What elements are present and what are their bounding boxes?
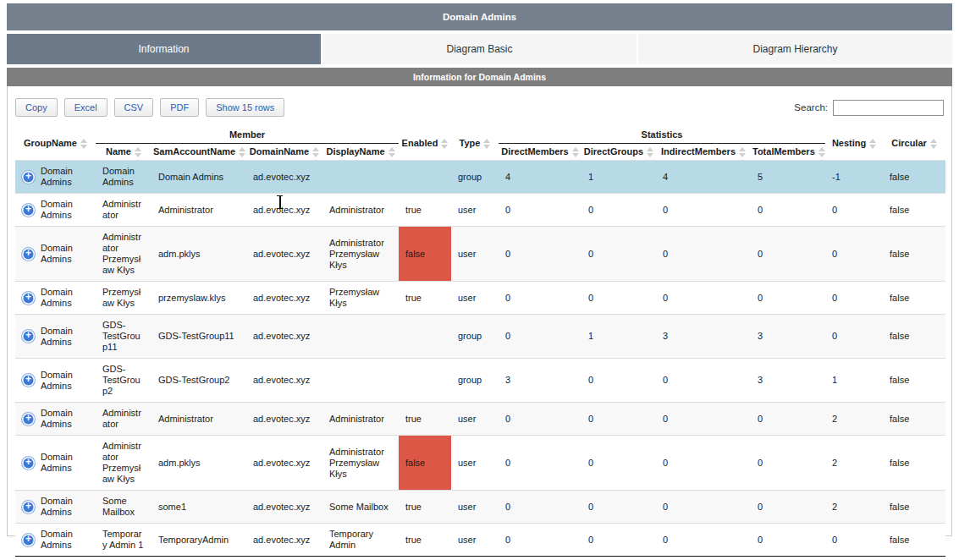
header-statistics-label: Statistics (642, 129, 683, 140)
tab-information[interactable]: Information (7, 34, 321, 64)
expand-row-icon[interactable]: + (22, 204, 35, 217)
page: Domain Admins Information Diagram Basic … (0, 0, 959, 560)
csv-button[interactable]: CSV (114, 98, 154, 117)
table-row: +Domain AdminsGDS-TestGroup2GDS-TestGrou… (15, 359, 945, 403)
cell-name: GDS-TestGroup2 (96, 359, 152, 403)
expand-row-icon[interactable]: + (22, 501, 35, 513)
table-row: +Domain AdminsDomain AdminsDomain Admins… (15, 161, 945, 194)
excel-button[interactable]: Excel (64, 98, 107, 117)
cell-totalmembers: 0 (751, 491, 825, 524)
table-row: +Domain AdminsPrzemysław Kłysprzemyslaw.… (15, 282, 945, 315)
cell-nesting: 2 (825, 403, 883, 436)
cell-nesting: 0 (825, 227, 883, 282)
tab-diagram-hierarchy-label: Diagram Hierarchy (752, 43, 837, 55)
cell-circular: false (883, 282, 945, 315)
cell-directgroups: 1 (581, 315, 656, 359)
filter-row (15, 557, 945, 560)
cell-domainname: ad.evotec.xyz (246, 491, 322, 524)
cell-directgroups: 0 (581, 436, 656, 491)
header-circular[interactable]: Circular (883, 127, 945, 161)
cell-totalmembers: 3 (751, 315, 825, 359)
header-enabled[interactable]: Enabled (399, 127, 451, 161)
cell-enabled: false (399, 436, 451, 491)
cell-groupname: +Domain Admins (15, 194, 96, 227)
cell-name: Temporary Admin 1 (96, 524, 152, 557)
header-samaccountname[interactable]: SamAccountName (152, 144, 246, 161)
cell-directmembers: 0 (499, 524, 581, 557)
header-groupname[interactable]: GroupName (15, 127, 96, 161)
cell-indirectmembers: 0 (656, 227, 751, 282)
cell-nesting: 2 (825, 436, 883, 491)
header-domainname[interactable]: DomainName (246, 144, 322, 161)
cell-samaccountname: GDS-TestGroup2 (152, 359, 246, 403)
cell-indirectmembers: 0 (656, 524, 751, 557)
header-type[interactable]: Type (451, 127, 499, 161)
expand-row-icon[interactable]: + (22, 534, 35, 546)
cell-indirectmembers: 0 (656, 282, 751, 315)
expand-row-icon[interactable]: + (22, 457, 35, 469)
cell-name: Administrator Przemysław Kłys (96, 436, 152, 491)
cell-nesting: 2 (825, 491, 883, 524)
cell-name: Administrator (96, 403, 152, 436)
table-row: +Domain AdminsAdministratorAdministrator… (15, 403, 945, 436)
sort-icon (647, 147, 653, 157)
cell-samaccountname: Administrator (152, 403, 246, 436)
cell-enabled: true (399, 282, 451, 315)
tab-diagram-hierarchy[interactable]: Diagram Hierarchy (638, 34, 952, 64)
header-directgroups-label: DirectGroups (584, 146, 643, 156)
header-group-member: Member (96, 127, 399, 144)
table-panel: Copy Excel CSV PDF Show 15 rows Search: (7, 86, 952, 536)
cell-indirectmembers: 0 (656, 491, 751, 524)
header-indirectmembers[interactable]: IndirectMembers (656, 144, 751, 161)
cell-domainname: ad.evotec.xyz (246, 315, 322, 359)
cell-groupname: +Domain Admins (15, 524, 96, 557)
sort-icon (483, 139, 490, 149)
cell-totalmembers: 0 (751, 403, 825, 436)
cell-displayname: Administrator Przemysław Kłys (322, 436, 399, 491)
expand-row-icon[interactable]: + (22, 292, 35, 305)
expand-row-icon[interactable]: + (22, 374, 35, 387)
copy-button[interactable]: Copy (15, 98, 58, 117)
expand-row-icon[interactable]: + (22, 171, 35, 184)
search-label: Search: (794, 102, 828, 113)
cell-groupname: +Domain Admins (15, 227, 96, 282)
show-rows-button[interactable]: Show 15 rows (206, 98, 284, 117)
cell-indirectmembers: 0 (656, 359, 751, 403)
header-directmembers[interactable]: DirectMembers (499, 144, 581, 161)
pdf-button[interactable]: PDF (160, 98, 199, 117)
header-domainname-label: DomainName (250, 146, 309, 156)
table-row: +Domain AdminsAdministrator Przemysław K… (15, 227, 945, 282)
cell-groupname: +Domain Admins (15, 359, 96, 403)
filter-cell (825, 557, 883, 560)
cell-nesting: 0 (825, 194, 883, 227)
header-directgroups[interactable]: DirectGroups (581, 144, 656, 161)
cell-directgroups: 0 (581, 194, 656, 227)
header-nesting-label: Nesting (832, 138, 866, 148)
cell-enabled (399, 359, 451, 403)
cell-domainname: ad.evotec.xyz (246, 227, 322, 282)
cell-directmembers: 4 (499, 161, 581, 194)
table-row: +Domain AdminsGDS-TestGroup11GDS-TestGro… (15, 315, 945, 359)
sort-icon (441, 139, 448, 149)
header-nesting[interactable]: Nesting (825, 127, 883, 161)
tab-diagram-basic[interactable]: Diagram Basic (322, 34, 637, 64)
cell-displayname: Some Mailbox (322, 491, 399, 524)
search-input[interactable] (833, 100, 944, 116)
header-totalmembers-label: TotalMembers (752, 146, 815, 156)
header-totalmembers[interactable]: TotalMembers (751, 144, 825, 161)
filter-cell (246, 557, 322, 560)
expand-row-icon[interactable]: + (22, 248, 35, 261)
search-area: Search: (794, 100, 944, 116)
sort-icon (739, 147, 746, 157)
tab-diagram-basic-label: Diagram Basic (446, 43, 512, 55)
expand-row-icon[interactable]: + (22, 330, 35, 343)
expand-row-icon[interactable]: + (22, 413, 35, 425)
header-name[interactable]: Name (96, 144, 152, 161)
cell-samaccountname: adm.pklys (152, 436, 246, 491)
cell-displayname (322, 161, 399, 194)
cell-totalmembers: 0 (751, 436, 825, 491)
cell-totalmembers: 5 (751, 161, 825, 194)
cell-name: Some Mailbox (96, 491, 152, 524)
header-displayname[interactable]: DisplayName (322, 144, 399, 161)
cell-enabled: false (399, 227, 451, 282)
